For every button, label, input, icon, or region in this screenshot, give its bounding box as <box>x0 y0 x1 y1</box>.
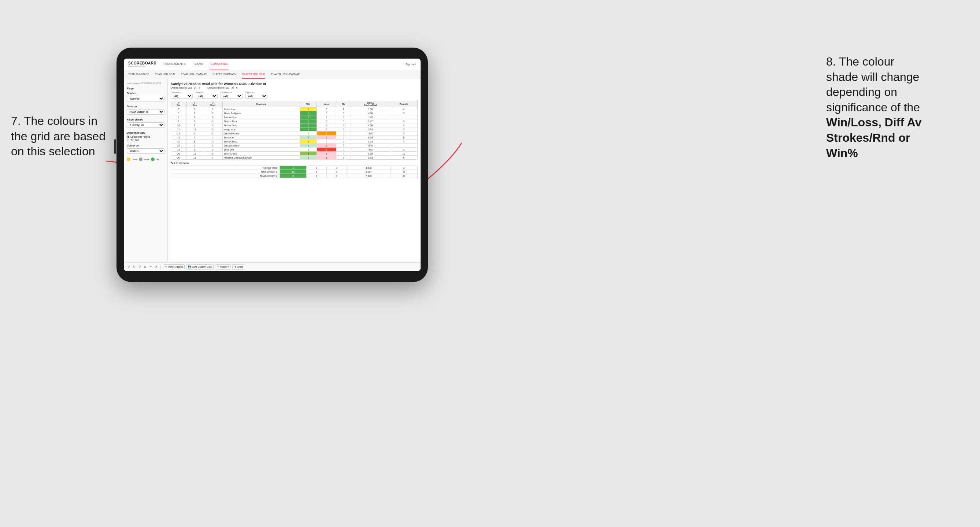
cell-reg: 11 <box>186 127 203 132</box>
cell-reg: 11 <box>186 152 203 156</box>
colour-by-select[interactable]: Win/loss <box>127 148 164 154</box>
cell-tie: 0 <box>336 140 351 144</box>
cell-rounds: 11 <box>390 152 418 156</box>
radio-group: Opponents Played Top 100 <box>127 135 164 141</box>
radio-top100-label: Top 100 <box>130 139 139 141</box>
cell-name: Heejo Hyun <box>223 127 300 132</box>
table-row: 18 2 2 Euna Lee 0 1 0 -5.00 2 <box>171 148 418 152</box>
radio-opponents-played[interactable]: Opponents Played <box>127 135 164 138</box>
annotation-left: 7. The colours in the grid are based on … <box>11 114 110 159</box>
sign-out-link[interactable]: Sign out <box>406 63 416 66</box>
player-rank-select[interactable]: 8. Katelyn Vo <box>127 122 164 128</box>
col-win: Win <box>300 101 317 107</box>
conference-filter-label: Conference <box>221 91 242 94</box>
share-icon: ⬆ <box>234 265 236 268</box>
cell-name: Federica Domecq Lacroze <box>223 156 300 160</box>
refresh-icon[interactable]: ⟳ <box>154 264 158 269</box>
save-custom-btn[interactable]: 💾 Save Custom View <box>186 264 213 270</box>
redo-icon[interactable]: ↻ <box>132 264 136 269</box>
cell-win: 2 <box>300 124 317 127</box>
subnav-team-summary[interactable]: TEAM SUMMARY <box>128 70 149 79</box>
conference-select[interactable]: (All) <box>221 94 242 98</box>
cell-ood-diff: 7.400 <box>347 174 391 178</box>
cell-loss: 0 <box>317 127 336 132</box>
cell-name: Sharon Mun <box>223 119 300 124</box>
copy-icon[interactable]: ⊞ <box>143 264 147 269</box>
nav-teams[interactable]: TEAMS <box>192 59 204 70</box>
cell-tie: 0 <box>336 148 351 152</box>
cell-reg: 2 <box>186 111 203 115</box>
col-rounds: Rounds <box>390 101 418 107</box>
share-btn[interactable]: ⬆ Share <box>232 264 245 270</box>
undo2-icon[interactable]: ↺ <box>138 264 142 269</box>
table-row: 10 6 3 Andrea York 2 0 0 4.00 4 <box>171 124 418 127</box>
cell-diff: 0.38 <box>351 135 390 140</box>
cell-reg: 1 <box>186 107 203 111</box>
cell-rounds <box>390 115 418 119</box>
player-section-title: Player <box>127 87 164 90</box>
cell-win: 2 <box>300 135 317 140</box>
region-select[interactable]: (All) <box>196 94 218 98</box>
nav-tournaments[interactable]: TOURNAMENTS <box>162 59 186 70</box>
watch-btn[interactable]: 👁 Watch ▾ <box>215 264 231 270</box>
cell-reg: 6 <box>186 124 203 127</box>
cell-conf: 2 <box>203 148 223 152</box>
division-select[interactable]: NCAA Division III <box>127 109 164 114</box>
cell-div: 5 <box>171 111 186 115</box>
cell-reg: 11 <box>186 156 203 160</box>
legend-dot-down <box>127 157 130 161</box>
cell-rounds: 3 <box>390 119 418 124</box>
cell-tie: 0 <box>336 152 351 156</box>
legend-dot-level <box>139 157 143 161</box>
subnav-player-h2h-grid[interactable]: PLAYER H2H GRID <box>242 70 265 79</box>
view-icon: 👁 <box>165 265 167 268</box>
table-row: 11 11 5 Heejo Hyun 1 0 0 3.33 3 <box>171 127 418 132</box>
colour-by-label: Colour by <box>127 144 164 147</box>
table-row: 6 3 3 Sydney Kuo 1 0 0 -1.00 <box>171 115 418 119</box>
cell-div: 20 <box>171 152 186 156</box>
right-panel: Katelyn Vo Head-to-Head Grid for Women's… <box>168 79 421 262</box>
annotation-right: 8. The colour shade will change dependin… <box>826 54 958 161</box>
subnav-player-h2h-heatmap[interactable]: PLAYER H2H HEATMAP <box>271 70 300 79</box>
nav-committee[interactable]: COMMITTEE <box>210 59 229 70</box>
toolbar-sep-1 <box>161 265 161 269</box>
cell-div: 6 <box>171 115 186 119</box>
col-div: #Div <box>171 101 186 107</box>
cell-ood-diff: 4.500 <box>347 166 391 170</box>
cell-win: 0 <box>300 132 317 135</box>
filter-region: Region (All) <box>196 91 218 98</box>
main-content: Last Updated: 27/03/2024 16:55:38 Player… <box>124 79 421 262</box>
opponent-select[interactable]: (All) <box>245 94 267 98</box>
table-row: 14 7 4 Eunice Yi 2 2 0 0.38 9 <box>171 135 418 140</box>
record-row: Overall Record: 353 - 34 - 6 Division Re… <box>171 86 418 89</box>
cell-div: 14 <box>171 135 186 140</box>
grid-title: Katelyn Vo Head-to-Head Grid for Women's… <box>171 82 418 86</box>
scissors-icon[interactable]: ✂ <box>149 264 153 269</box>
logo: SCOREBOARD Powered by clippd <box>128 62 162 67</box>
cell-conf: 7 <box>203 156 223 160</box>
gender-select[interactable]: Women's <box>127 96 164 102</box>
out-of-division-table: Foreign Team 1 0 0 4.500 2 NAIA Division… <box>171 165 418 178</box>
sub-nav: TEAM SUMMARY TEAM H2H GRID TEAM H2H HEAT… <box>124 70 421 79</box>
subnav-team-h2h-grid[interactable]: TEAM H2H GRID <box>155 70 175 79</box>
cell-name: Alexis Sudjianto <box>223 111 300 115</box>
cell-diff: 1.25 <box>351 140 390 144</box>
opponents-select[interactable]: (All) <box>171 94 193 98</box>
cell-diff: -0.94 <box>351 144 390 148</box>
cell-name: Andrea York <box>223 124 300 127</box>
legend-label-up: Up <box>156 158 159 160</box>
radio-top-100[interactable]: Top 100 <box>127 139 164 141</box>
subnav-team-h2h-heatmap[interactable]: TEAM H2H HEATMAP <box>181 70 207 79</box>
nav-items: TOURNAMENTS TEAMS COMMITTEE <box>162 59 401 70</box>
data-table: #Div #Reg #Conf Opponent Win Loss Tie Di… <box>171 101 418 160</box>
cell-div: 16 <box>171 144 186 148</box>
legend-label-down: Down <box>132 158 137 160</box>
view-original-btn[interactable]: 👁 View: Original <box>163 264 185 269</box>
cell-tie: 0 <box>336 124 351 127</box>
cell-name: Esther Lee <box>223 107 300 111</box>
cell-name: Eunice Yi <box>223 135 300 140</box>
cell-loss: 0 <box>317 111 336 115</box>
subnav-player-summary[interactable]: PLAYER SUMMARY <box>213 70 237 79</box>
cell-loss: 0 <box>317 107 336 111</box>
undo-icon[interactable]: ↺ <box>127 264 131 269</box>
